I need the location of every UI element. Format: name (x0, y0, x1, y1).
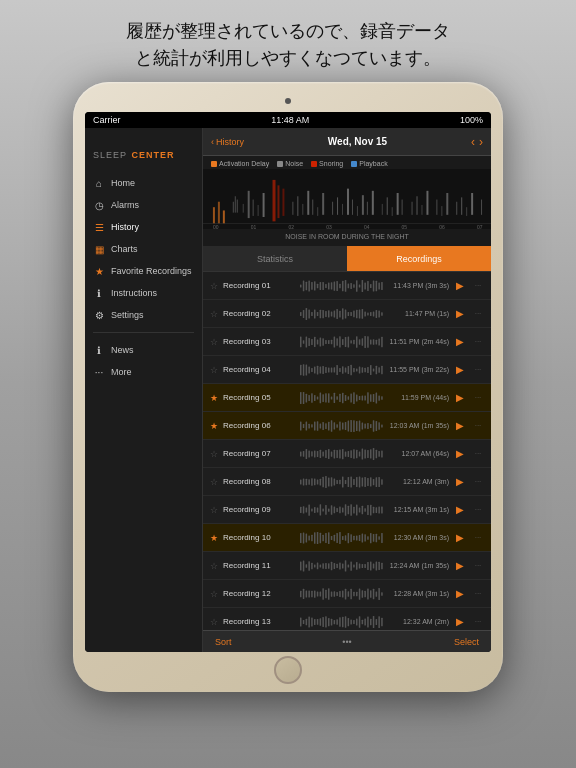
svg-rect-20 (317, 207, 318, 216)
rec-info: Recording 11 (223, 561, 296, 570)
svg-rect-359 (306, 564, 308, 567)
svg-rect-426 (325, 616, 327, 627)
more-button[interactable]: ··· (471, 337, 485, 346)
recording-item[interactable]: ★ Recording 10 12:30 AM (3m 3s) ▶ ··· (203, 524, 491, 552)
star-toggle[interactable]: ☆ (209, 617, 219, 627)
rec-time: 12:15 AM (3m 1s) (384, 506, 449, 513)
star-toggle[interactable]: ☆ (209, 505, 219, 515)
play-button[interactable]: ▶ (453, 364, 467, 375)
ipad-home-button[interactable] (274, 656, 302, 684)
recording-item[interactable]: ☆ Recording 02 11:47 PM (1s) ▶ ··· (203, 300, 491, 328)
more-button[interactable]: ··· (471, 393, 485, 402)
svg-rect-196 (353, 392, 355, 404)
sidebar-item-news[interactable]: ℹ News (85, 339, 202, 361)
bottom-dots[interactable]: ••• (303, 637, 391, 647)
recordings-list[interactable]: ☆ Recording 01 11:43 PM (3m 3s) ▶ ··· ☆ … (203, 272, 491, 630)
recording-item[interactable]: ☆ Recording 04 11:55 PM (3m 22s) ▶ ··· (203, 356, 491, 384)
more-button[interactable]: ··· (471, 589, 485, 598)
prev-button[interactable]: ‹ (471, 135, 475, 149)
star-toggle[interactable]: ☆ (209, 337, 219, 347)
svg-rect-68 (331, 282, 333, 289)
svg-rect-29 (367, 202, 368, 215)
svg-rect-437 (356, 618, 358, 625)
chart-legend: Activation Delay Noise Snoring (203, 156, 491, 169)
svg-rect-312 (342, 507, 344, 512)
star-toggle[interactable]: ★ (209, 421, 219, 431)
more-button[interactable]: ··· (471, 281, 485, 290)
sidebar-item-instructions[interactable]: ℹ Instructions (85, 282, 202, 304)
rec-waveform (300, 279, 380, 293)
recording-item[interactable]: ☆ Recording 03 11:51 PM (2m 44s) ▶ ··· (203, 328, 491, 356)
recording-item[interactable]: ★ Recording 05 11:59 PM (44s) ▶ ··· (203, 384, 491, 412)
svg-rect-244 (320, 449, 322, 457)
star-toggle[interactable]: ☆ (209, 309, 219, 319)
tab-statistics[interactable]: Statistics (203, 246, 347, 271)
svg-rect-153 (317, 365, 319, 374)
more-button[interactable]: ··· (471, 365, 485, 374)
svg-rect-370 (336, 563, 338, 567)
sort-button[interactable]: Sort (215, 637, 303, 647)
play-button[interactable]: ▶ (453, 560, 467, 571)
svg-rect-212 (314, 421, 316, 430)
next-button[interactable]: › (479, 135, 483, 149)
back-button[interactable]: ‹ History (211, 137, 244, 147)
play-button[interactable]: ▶ (453, 588, 467, 599)
svg-rect-444 (376, 619, 378, 625)
tab-recordings[interactable]: Recordings (347, 246, 491, 271)
recording-item[interactable]: ☆ Recording 07 12:07 AM (64s) ▶ ··· (203, 440, 491, 468)
more-button[interactable]: ··· (471, 505, 485, 514)
star-toggle[interactable]: ☆ (209, 365, 219, 375)
play-button[interactable]: ▶ (453, 448, 467, 459)
recording-item[interactable]: ☆ Recording 11 12:24 AM (1m 35s) ▶ ··· (203, 552, 491, 580)
svg-rect-101 (339, 310, 341, 317)
sidebar-item-history-label: History (111, 222, 139, 232)
star-toggle[interactable]: ☆ (209, 589, 219, 599)
star-toggle[interactable]: ☆ (209, 561, 219, 571)
svg-rect-81 (367, 280, 369, 290)
play-button[interactable]: ▶ (453, 616, 467, 627)
recording-item[interactable]: ☆ Recording 01 11:43 PM (3m 3s) ▶ ··· (203, 272, 491, 300)
star-toggle[interactable]: ☆ (209, 281, 219, 291)
svg-rect-87 (300, 311, 302, 315)
svg-rect-288 (359, 476, 361, 487)
play-button[interactable]: ▶ (453, 504, 467, 515)
more-button[interactable]: ··· (471, 561, 485, 570)
sidebar-item-home[interactable]: ⌂ Home (85, 172, 202, 194)
sidebar-item-alarms[interactable]: ◷ Alarms (85, 194, 202, 216)
rec-name: Recording 11 (223, 561, 296, 570)
sidebar-item-more[interactable]: ··· More (85, 361, 202, 383)
svg-rect-354 (376, 533, 378, 542)
more-button[interactable]: ··· (471, 533, 485, 542)
recording-item[interactable]: ☆ Recording 09 12:15 AM (3m 1s) ▶ ··· (203, 496, 491, 524)
recording-item[interactable]: ★ Recording 06 12:03 AM (1m 35s) ▶ ··· (203, 412, 491, 440)
sidebar-item-favorites[interactable]: ★ Favorite Recordings (85, 260, 202, 282)
sidebar-item-history[interactable]: ☰ History (85, 216, 202, 238)
play-button[interactable]: ▶ (453, 532, 467, 543)
svg-rect-254 (348, 451, 350, 457)
rec-name: Recording 06 (223, 421, 296, 430)
recording-item[interactable]: ☆ Recording 08 12:12 AM (3m) ▶ ··· (203, 468, 491, 496)
more-button[interactable]: ··· (471, 449, 485, 458)
star-toggle[interactable]: ★ (209, 393, 219, 403)
play-button[interactable]: ▶ (453, 308, 467, 319)
recording-item[interactable]: ☆ Recording 13 12:32 AM (2m) ▶ ··· (203, 608, 491, 630)
select-button[interactable]: Select (391, 637, 479, 647)
play-button[interactable]: ▶ (453, 420, 467, 431)
star-toggle[interactable]: ☆ (209, 449, 219, 459)
sidebar-item-settings[interactable]: ⚙ Settings (85, 304, 202, 326)
svg-rect-233 (373, 420, 375, 432)
play-button[interactable]: ▶ (453, 476, 467, 487)
svg-rect-432 (342, 616, 344, 627)
sidebar-item-charts[interactable]: ▦ Charts (85, 238, 202, 260)
star-toggle[interactable]: ★ (209, 533, 219, 543)
play-button[interactable]: ▶ (453, 392, 467, 403)
more-button[interactable]: ··· (471, 421, 485, 430)
more-button[interactable]: ··· (471, 309, 485, 318)
more-button[interactable]: ··· (471, 617, 485, 626)
play-button[interactable]: ▶ (453, 280, 467, 291)
play-button[interactable]: ▶ (453, 336, 467, 347)
star-toggle[interactable]: ☆ (209, 477, 219, 487)
recording-item[interactable]: ☆ Recording 12 12:28 AM (3m 1s) ▶ ··· (203, 580, 491, 608)
rec-waveform (300, 307, 380, 321)
more-button[interactable]: ··· (471, 477, 485, 486)
